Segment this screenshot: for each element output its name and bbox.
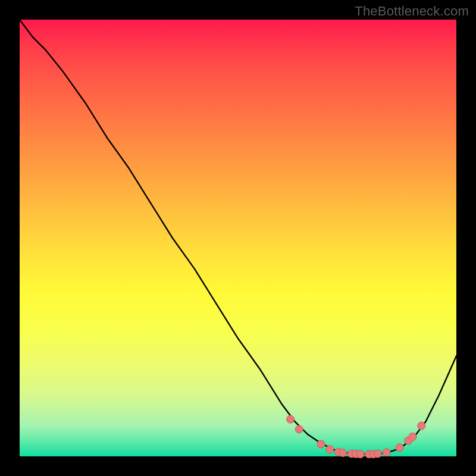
- bottleneck-curve: [20, 20, 456, 454]
- curve-marker-point: [339, 449, 347, 457]
- curve-marker-points: [287, 415, 425, 458]
- plot-area: [20, 20, 456, 456]
- curve-marker-point: [287, 415, 295, 423]
- curve-marker-point: [383, 449, 390, 456]
- curve-marker-point: [326, 446, 334, 453]
- curve-marker-point: [409, 433, 416, 440]
- chart-frame: TheBottleneck.com: [0, 0, 476, 476]
- curve-marker-point: [396, 444, 403, 452]
- curve-marker-point: [356, 450, 364, 458]
- curve-marker-point: [374, 450, 381, 458]
- curve-marker-point: [418, 422, 425, 430]
- attribution-label: TheBottleneck.com: [355, 4, 469, 19]
- curve-marker-point: [317, 440, 325, 448]
- curve-svg: [20, 20, 456, 456]
- curve-marker-point: [295, 425, 303, 433]
